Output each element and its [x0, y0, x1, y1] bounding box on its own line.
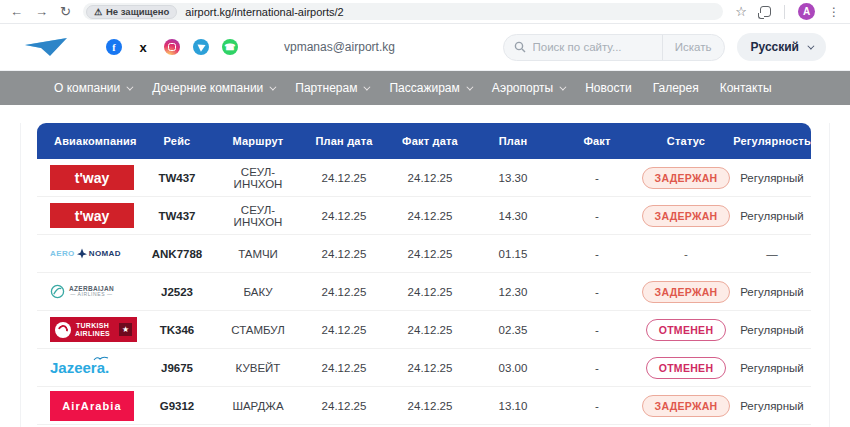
browser-extension-icon[interactable]: [760, 6, 771, 17]
instagram-icon[interactable]: [164, 39, 180, 55]
fact-date-cell: 24.12.25: [389, 324, 471, 336]
star-icon: ★: [119, 323, 132, 336]
plan-date-cell: 24.12.25: [299, 248, 389, 260]
flight-number-cell: J2523: [137, 286, 217, 298]
plan-time-cell: 14.30: [471, 210, 555, 222]
regularity-cell: Регулярный: [733, 362, 811, 374]
divider: [784, 5, 785, 19]
column-header: Факт: [555, 135, 639, 147]
airport-logo[interactable]: [24, 36, 68, 58]
azerbaijan-airlines-logo: AZERBAIJAN — AIRLINES —: [50, 284, 114, 299]
plan-time-cell: 12.30: [471, 286, 555, 298]
bird-icon: [77, 248, 87, 259]
flight-number-cell: TW437: [137, 172, 217, 184]
contact-email[interactable]: vpmanas@airport.kg: [284, 40, 395, 54]
chevron-down-icon: [364, 83, 371, 90]
fact-time-cell: -: [555, 324, 639, 336]
status-cell: ЗАДЕРЖАН: [639, 395, 733, 417]
flight-row: t'way TW437 СЕУЛ-ИНЧХОН 24.12.25 24.12.2…: [37, 197, 811, 235]
airline-cell: AirArabia: [37, 391, 137, 421]
route-cell: ТАМЧИ: [217, 248, 299, 260]
nav-item-4[interactable]: Аэропорты: [492, 81, 564, 95]
plan-time-cell: 13.30: [471, 172, 555, 184]
status-cell: ЗАДЕРЖАН: [639, 281, 733, 303]
column-header: План: [471, 135, 555, 147]
tway-airlines-logo: t'way: [50, 165, 134, 190]
airline-cell: AZERBAIJAN — AIRLINES —: [37, 284, 137, 299]
menu-kebab-icon[interactable]: ⋮: [828, 5, 840, 19]
back-icon[interactable]: ←: [10, 5, 23, 18]
page-content: АвиакомпанияРейсМаршрутПлан датаФакт дат…: [20, 123, 830, 427]
profile-avatar[interactable]: A: [798, 3, 815, 20]
route-cell: СЕУЛ-ИНЧХОН: [217, 166, 299, 190]
plan-date-cell: 24.12.25: [299, 210, 389, 222]
search-button[interactable]: Искать: [662, 35, 724, 60]
bookmark-star-icon[interactable]: ☆: [735, 4, 747, 19]
aero-nomad-logo: AERO NOMAD: [50, 248, 121, 259]
table-body: t'way TW437 СЕУЛ-ИНЧХОН 24.12.25 24.12.2…: [37, 159, 811, 425]
nav-item-0[interactable]: О компании: [54, 81, 131, 95]
column-header: План дата: [299, 135, 389, 147]
facebook-icon[interactable]: f: [106, 39, 122, 55]
plan-date-cell: 24.12.25: [299, 286, 389, 298]
status-badge: ОТМЕНЕН: [646, 319, 727, 341]
chevron-down-icon: [466, 83, 473, 90]
flight-row: t'way TW437 СЕУЛ-ИНЧХОН 24.12.25 24.12.2…: [37, 159, 811, 197]
search-input[interactable]: [533, 41, 655, 53]
search-icon: [514, 41, 526, 53]
regularity-cell: Регулярный: [733, 172, 811, 184]
fact-date-cell: 24.12.25: [389, 400, 471, 412]
chevron-down-icon: [560, 83, 567, 90]
regularity-cell: Регулярный: [733, 210, 811, 222]
nav-item-5[interactable]: Новости: [585, 81, 631, 95]
azal-emblem-icon: [50, 284, 65, 299]
nav-item-2[interactable]: Партнерам: [295, 81, 368, 95]
status-cell: -: [639, 248, 733, 260]
regularity-cell: —: [733, 248, 811, 260]
air-arabia-logo: AirArabia: [50, 391, 134, 421]
column-header: Регулярность: [733, 135, 811, 147]
address-bar[interactable]: ⚠ Не защищено airport.kg/international-a…: [83, 3, 723, 20]
status-badge: -: [684, 248, 688, 260]
nav-item-3[interactable]: Пассажирам: [389, 81, 470, 95]
nav-item-1[interactable]: Дочерние компании: [152, 81, 274, 95]
jazeera-airways-logo: Jazeera.: [50, 359, 109, 376]
fact-time-cell: -: [555, 210, 639, 222]
flight-row: AZERBAIJAN — AIRLINES — J2523 БАКУ 24.12…: [37, 273, 811, 311]
social-links: f x ☎: [106, 39, 238, 55]
flight-row: Jazeera. J9675 КУВЕЙТ 24.12.25 24.12.25 …: [37, 349, 811, 387]
nav-item-6[interactable]: Галерея: [653, 81, 699, 95]
url-text: airport.kg/international-airports/2: [185, 6, 343, 18]
plan-date-cell: 24.12.25: [299, 324, 389, 336]
flight-number-cell: ANK7788: [137, 248, 217, 260]
nav-item-7[interactable]: Контакты: [720, 81, 772, 95]
status-badge: ЗАДЕРЖАН: [642, 167, 731, 189]
flights-table: АвиакомпанияРейсМаршрутПлан датаФакт дат…: [37, 123, 811, 425]
status-badge: ОТМЕНЕН: [646, 357, 727, 379]
regularity-cell: Регулярный: [733, 400, 811, 412]
plan-date-cell: 24.12.25: [299, 172, 389, 184]
reload-icon[interactable]: ↻: [60, 5, 71, 18]
browser-toolbar: ← → ↻ ⚠ Не защищено airport.kg/internati…: [0, 0, 850, 24]
plan-time-cell: 01.15: [471, 248, 555, 260]
browser-actions: ☆ A ⋮: [735, 3, 840, 20]
arabic-script-icon: [93, 356, 109, 361]
regularity-cell: Регулярный: [733, 286, 811, 298]
flight-number-cell: TW437: [137, 210, 217, 222]
plan-time-cell: 03.00: [471, 362, 555, 374]
tway-airlines-logo: t'way: [50, 203, 134, 228]
not-secure-label: Не защищено: [106, 6, 169, 17]
plan-time-cell: 02.35: [471, 324, 555, 336]
language-selector[interactable]: Русский: [737, 33, 827, 61]
regularity-cell: Регулярный: [733, 324, 811, 336]
telegram-icon[interactable]: [193, 39, 209, 55]
fact-time-cell: -: [555, 172, 639, 184]
fact-date-cell: 24.12.25: [389, 286, 471, 298]
forward-icon[interactable]: →: [35, 5, 48, 18]
turkish-airlines-logo: TURKISH AIRLINES ★: [50, 317, 137, 342]
whatsapp-icon[interactable]: ☎: [222, 39, 238, 55]
x-twitter-icon[interactable]: x: [135, 39, 151, 55]
not-secure-chip[interactable]: ⚠ Не защищено: [86, 5, 177, 19]
fact-time-cell: -: [555, 362, 639, 374]
airline-cell: AERO NOMAD: [37, 248, 137, 259]
